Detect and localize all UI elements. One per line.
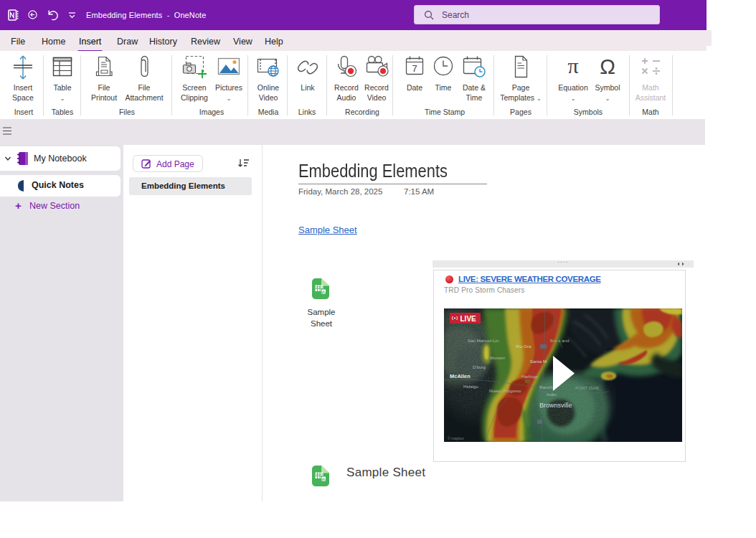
svg-text:Rancho: Rancho (539, 384, 555, 390)
svg-text:Bre s and: Bre s and (550, 338, 570, 343)
svg-text:7: 7 (412, 63, 417, 74)
svg-text:Harlinge: Harlinge (521, 374, 539, 379)
svg-text:© mapbox: © mapbox (448, 436, 464, 440)
svg-text:Indio: Indio (547, 392, 557, 397)
svg-text:Hidalgo: Hidalgo (463, 384, 479, 389)
svg-text:π: π (567, 54, 578, 77)
svg-text:Nuevo Progreso: Nuevo Progreso (489, 388, 521, 393)
svg-text:McAllen: McAllen (450, 373, 471, 379)
svg-text:Brownsville: Brownsville (539, 402, 572, 409)
svg-text:Monterr: Monterr (490, 355, 505, 360)
svg-text:Santa M: Santa M (530, 359, 547, 364)
svg-text:Ω: Ω (600, 55, 615, 78)
svg-text:LIVE: LIVE (460, 315, 477, 323)
svg-text:Rio Gra: Rio Gra (516, 344, 531, 349)
svg-text:D'burg: D'burg (473, 364, 486, 369)
svg-text:San Manuel-Lin: San Manuel-Lin (468, 338, 499, 343)
svg-text:PORT ISAB: PORT ISAB (575, 385, 599, 390)
